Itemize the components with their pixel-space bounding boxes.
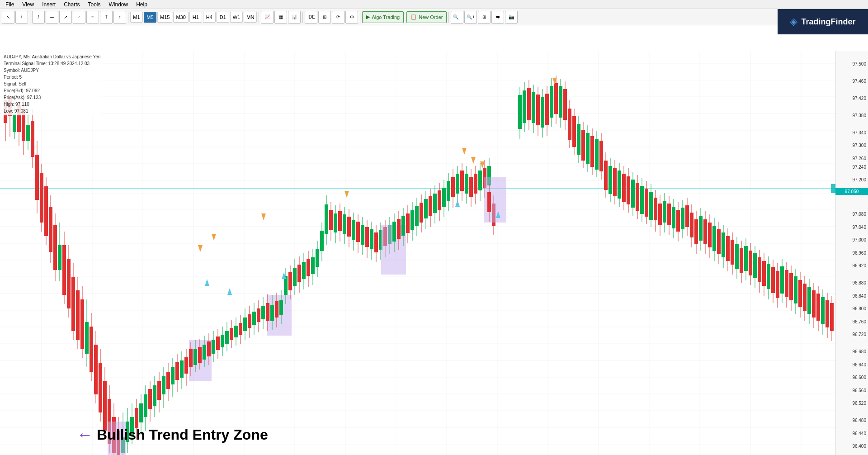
fib-tool[interactable]: ≡: [86, 11, 99, 24]
svg-rect-181: [307, 259, 310, 276]
tf-m5[interactable]: M5: [144, 12, 156, 23]
svg-rect-161: [261, 306, 265, 319]
svg-rect-325: [645, 189, 648, 217]
chart-scroll-btn[interactable]: ⇆: [491, 11, 504, 24]
text-tool[interactable]: T: [100, 11, 113, 24]
svg-rect-88: [103, 381, 107, 431]
svg-rect-379: [767, 264, 770, 289]
menu-file[interactable]: File: [2, 0, 18, 9]
svg-rect-297: [586, 133, 590, 164]
cursor-tool[interactable]: ↖: [2, 11, 14, 24]
svg-rect-393: [798, 280, 802, 307]
zoom-out-btn[interactable]: 🔍−: [451, 11, 463, 24]
candle-btn[interactable]: 📊: [288, 11, 301, 24]
svg-rect-307: [609, 166, 612, 194]
svg-rect-246: [451, 177, 455, 197]
menu-window[interactable]: Window: [105, 0, 132, 9]
hline-tool[interactable]: —: [46, 11, 58, 24]
menu-view[interactable]: View: [19, 0, 38, 9]
svg-rect-309: [613, 168, 617, 196]
svg-rect-0: [0, 51, 835, 455]
price-97380: 97.380: [852, 113, 866, 118]
screenshot-btn[interactable]: 📷: [505, 11, 518, 24]
svg-rect-66: [53, 225, 57, 270]
line-tool[interactable]: /: [32, 11, 45, 24]
price-96600: 96.600: [852, 375, 866, 380]
svg-rect-333: [663, 201, 666, 223]
signal-time-line: Terminal Signal Time: 13:28:49 2024.12.0…: [4, 60, 100, 67]
svg-rect-62: [44, 186, 48, 236]
svg-rect-187: [320, 231, 324, 251]
svg-rect-179: [302, 262, 306, 279]
tf-h4[interactable]: H4: [203, 12, 216, 23]
svg-rect-238: [433, 194, 437, 213]
svg-rect-305: [604, 161, 608, 190]
refresh-btn[interactable]: ⟳: [332, 11, 344, 24]
sep3: [259, 12, 259, 23]
svg-rect-138: [212, 340, 215, 354]
svg-rect-165: [270, 305, 274, 321]
indicators-btn[interactable]: IDE: [305, 11, 317, 24]
arrow-tool[interactable]: ↑: [113, 11, 126, 24]
new-order-btn[interactable]: 📋 New Order: [406, 11, 447, 23]
price-ask-info: Price(Ask): 97.123: [4, 94, 100, 101]
svg-rect-203: [356, 222, 360, 242]
svg-rect-265: [484, 177, 506, 223]
svg-rect-250: [460, 171, 464, 191]
price-96560: 96.560: [852, 388, 866, 393]
svg-rect-193: [334, 213, 337, 232]
bar-chart-btn[interactable]: ▦: [274, 11, 287, 24]
svg-rect-343: [685, 205, 689, 227]
price-96400: 96.400: [852, 444, 866, 449]
svg-rect-201: [352, 220, 355, 240]
tf-h1[interactable]: H1: [189, 12, 202, 23]
svg-rect-339: [676, 210, 680, 232]
symbol-info: Symbol: AUDJPY: [4, 67, 100, 74]
svg-rect-224: [401, 216, 405, 236]
svg-rect-140: [216, 337, 220, 350]
template-btn[interactable]: ⊞: [318, 11, 331, 24]
svg-rect-58: [35, 155, 39, 200]
price-96720: 96.720: [852, 332, 866, 337]
settings-btn[interactable]: ⚙: [345, 11, 358, 24]
svg-rect-405: [826, 300, 829, 327]
tf-m15[interactable]: M15: [157, 12, 172, 23]
svg-rect-323: [640, 186, 644, 214]
svg-rect-363: [731, 240, 734, 265]
svg-rect-74: [71, 277, 75, 331]
svg-rect-113: [157, 381, 161, 400]
svg-rect-254: [469, 177, 473, 197]
tf-m1[interactable]: M1: [130, 12, 143, 23]
price-97460: 97.460: [852, 78, 866, 83]
menu-bar: File View Insert Charts Tools Window Hel…: [0, 0, 868, 9]
algo-trading-btn[interactable]: ▶ Algo Trading: [362, 11, 404, 23]
svg-rect-82: [90, 327, 93, 372]
svg-rect-281: [550, 86, 553, 118]
svg-rect-86: [99, 363, 102, 412]
svg-rect-134: [203, 345, 206, 360]
menu-charts[interactable]: Charts: [60, 0, 83, 9]
svg-rect-367: [740, 248, 743, 273]
grid-btn[interactable]: ⊞: [478, 11, 491, 24]
price-96960: 96.960: [852, 250, 866, 255]
menu-insert[interactable]: Insert: [38, 0, 59, 9]
channel-tool[interactable]: ⟋: [73, 11, 85, 24]
zoom-in-btn[interactable]: 🔍+: [464, 11, 477, 24]
svg-rect-230: [415, 206, 419, 226]
price-97300: 97.300: [852, 143, 866, 148]
trendline-tool[interactable]: ↗: [59, 11, 72, 24]
chart-type-btn[interactable]: 📈: [261, 11, 274, 24]
chart-container[interactable]: 97.500 97.460 97.420 97.380 97.340 97.30…: [0, 51, 868, 455]
svg-rect-169: [279, 300, 283, 315]
tf-w1[interactable]: W1: [230, 12, 243, 23]
crosshair-tool[interactable]: +: [15, 11, 28, 24]
tf-mn[interactable]: MN: [244, 12, 257, 23]
svg-rect-252: [465, 174, 468, 194]
svg-rect-387: [785, 270, 788, 297]
tf-d1[interactable]: D1: [217, 12, 229, 23]
menu-tools[interactable]: Tools: [85, 0, 104, 9]
svg-rect-357: [717, 229, 721, 254]
menu-help[interactable]: Help: [132, 0, 151, 9]
svg-rect-177: [297, 265, 301, 282]
tf-m30[interactable]: M30: [173, 12, 188, 23]
